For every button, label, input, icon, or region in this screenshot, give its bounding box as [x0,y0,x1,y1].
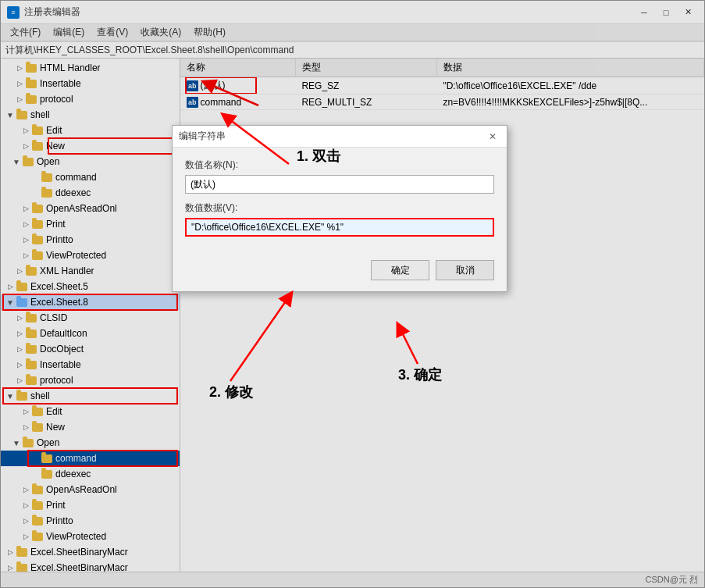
dialog-title: 编辑字符串 [179,130,226,143]
name-label: 数值名称(N): [185,159,494,172]
ok-button[interactable]: 确定 [371,260,429,280]
cancel-button[interactable]: 取消 [436,260,494,280]
data-field: 数值数据(V): [185,201,494,237]
name-input[interactable] [185,175,494,194]
edit-string-dialog: 编辑字符串 ✕ 数值名称(N): 数值数据(V): 确定 取消 [172,125,507,292]
dialog-body: 数值名称(N): 数值数据(V): [173,148,507,255]
dialog-title-bar: 编辑字符串 ✕ [173,126,507,148]
dialog-buttons: 确定 取消 [173,255,507,291]
dialog-overlay: 编辑字符串 ✕ 数值名称(N): 数值数据(V): 确定 取消 [0,0,705,588]
dialog-close-button[interactable]: ✕ [485,129,500,144]
data-label: 数值数据(V): [185,201,494,215]
name-field: 数值名称(N): [185,159,494,194]
data-input[interactable] [185,218,494,237]
